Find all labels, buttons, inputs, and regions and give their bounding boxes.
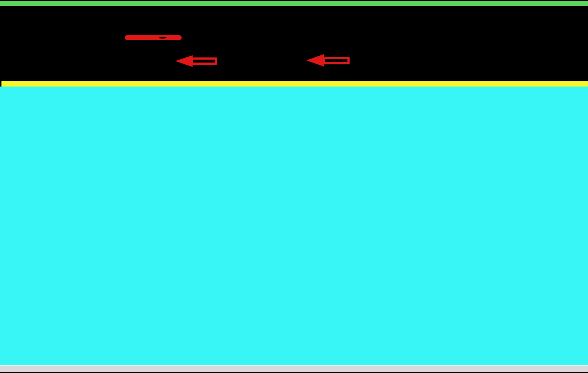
log-area: [0, 87, 588, 365]
separator-bar: [1, 81, 588, 87]
command-hint-bar[interactable]: [0, 365, 588, 372]
title-bar: [0, 1, 588, 6]
terminal-screen[interactable]: [0, 0, 588, 373]
